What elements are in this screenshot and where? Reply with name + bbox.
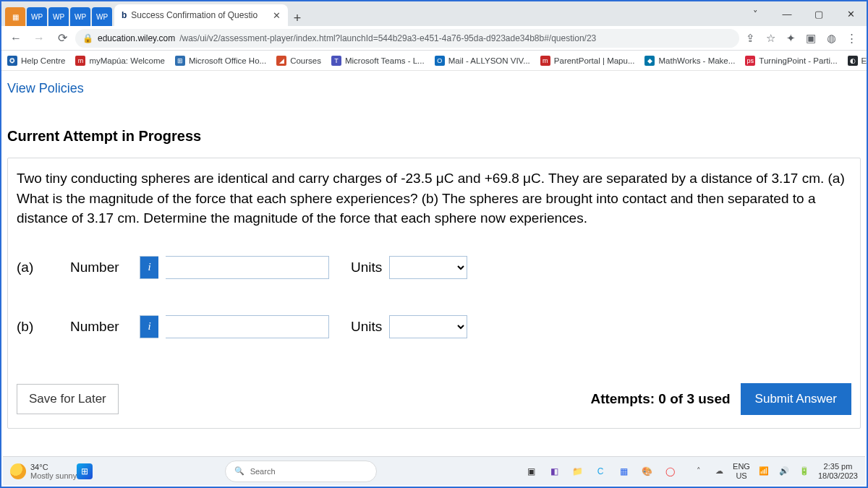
app-icon-2[interactable]: ◧ [546, 463, 562, 479]
pinned-tab-3[interactable]: WP [48, 7, 69, 26]
number-label-a: Number [70, 260, 132, 275]
bookmark-teams[interactable]: TMicrosoft Teams - L... [331, 56, 425, 66]
url-host: education.wiley.com [98, 33, 175, 43]
clock[interactable]: 2:35 pm18/03/2023 [818, 462, 858, 480]
bookmarks-bar: ✪Help Centre mmyMapúa: Welcome ⊞Microsof… [1, 51, 867, 71]
taskbar-apps: ▣ ◧ 📁 C ▦ 🎨 ◯ [523, 463, 678, 479]
pinned-tab-4[interactable]: WP [70, 7, 90, 26]
bookmark-mail[interactable]: OMail - ALLYSON VIV... [435, 56, 530, 66]
units-label-b: Units [351, 319, 382, 335]
battery-icon[interactable]: 🔋 [798, 466, 811, 476]
pinned-tab-1[interactable]: ▦ [5, 7, 25, 26]
units-select-a[interactable] [389, 256, 467, 279]
app-icon-1[interactable]: ▣ [523, 463, 539, 479]
language-indicator[interactable]: ENGUS [733, 462, 750, 480]
tab-title: Success Confirmation of Questio [131, 10, 258, 20]
back-button[interactable]: ← [6, 28, 26, 48]
app-icon-3[interactable]: 📁 [569, 463, 585, 479]
view-policies-link[interactable]: View Policies [7, 81, 84, 95]
info-icon[interactable]: i [140, 256, 158, 279]
start-button[interactable]: ⊞ [77, 463, 93, 479]
app-icon-6[interactable]: 🎨 [639, 463, 655, 479]
sun-icon [10, 463, 26, 479]
section-heading: Current Attempt in Progress [7, 128, 861, 145]
bookmark-turningpoint[interactable]: psTurningPoint - Parti... [745, 56, 837, 66]
app-icon-4[interactable]: C [592, 463, 608, 479]
question-card: Two tiny conducting spheres are identica… [7, 158, 861, 429]
system-tray: ˄ ☁ ENGUS 📶 🔊 🔋 2:35 pm18/03/2023 [692, 462, 858, 480]
weather-condition: Mostly sunny [30, 471, 77, 480]
app-icon-5[interactable]: ▦ [616, 463, 631, 479]
part-label-b: (b) [17, 319, 63, 335]
number-input-a[interactable] [166, 256, 329, 279]
temperature: 34°C [30, 463, 77, 471]
tab-strip: ▦ WP WP WP WP b Success Confirmation of … [1, 1, 867, 26]
units-select-b[interactable] [389, 315, 467, 338]
submit-answer-button[interactable]: Submit Answer [741, 383, 851, 415]
new-tab-button[interactable]: + [288, 11, 307, 26]
pinned-tab-2[interactable]: WP [27, 7, 47, 26]
bookmark-courses[interactable]: ◢Courses [276, 56, 321, 66]
card-footer: Save for Later Attempts: 0 of 3 used Sub… [17, 383, 851, 415]
address-bar: ← → ⟳ 🔒 education.wiley.com/was/ui/v2/as… [1, 26, 867, 51]
bookmark-help-centre[interactable]: ✪Help Centre [7, 56, 65, 66]
number-input-b[interactable] [166, 315, 329, 338]
page-content: View Policies Current Attempt in Progres… [1, 71, 867, 429]
favicon: b [122, 10, 127, 20]
bookmark-mathworks[interactable]: ◆MathWorks - Make... [644, 56, 735, 66]
info-icon[interactable]: i [140, 315, 158, 338]
question-text: Two tiny conducting spheres are identica… [17, 168, 851, 228]
taskbar-search[interactable]: 🔍 Search [225, 461, 377, 482]
close-tab-icon[interactable]: ✕ [273, 10, 281, 21]
reload-button[interactable]: ⟳ [52, 28, 72, 48]
minimize-button[interactable]: — [771, 1, 803, 26]
bookmark-star-icon[interactable]: ☆ [762, 30, 778, 46]
app-icon-7[interactable]: ◯ [662, 463, 678, 479]
answer-row-a: (a) Number i Units [17, 256, 851, 279]
side-panel-icon[interactable]: ▣ [803, 30, 819, 46]
tray-chevron-icon[interactable]: ˄ [692, 466, 705, 476]
tab-active[interactable]: b Success Confirmation of Questio ✕ [114, 4, 288, 26]
search-icon: 🔍 [234, 466, 244, 476]
cloud-icon[interactable]: ☁ [712, 466, 726, 476]
search-placeholder: Search [250, 467, 276, 476]
volume-icon[interactable]: 🔊 [778, 466, 791, 476]
url-path: /was/ui/v2/assessment-player/index.html?… [179, 33, 596, 43]
bookmark-mymapua[interactable]: mmyMapúa: Welcome [75, 56, 165, 66]
bookmark-github[interactable]: ◐Explore GitHub [848, 56, 868, 66]
profile-avatar[interactable]: ◍ [823, 30, 839, 46]
maximize-button[interactable]: ▢ [803, 1, 835, 26]
lock-icon: 🔒 [82, 33, 93, 43]
part-label-a: (a) [17, 260, 63, 275]
units-label-a: Units [351, 260, 382, 275]
answer-row-b: (b) Number i Units [17, 315, 851, 338]
pinned-tab-5[interactable]: WP [92, 7, 112, 26]
chevron-down-icon[interactable]: ˅ [739, 1, 771, 26]
save-for-later-button[interactable]: Save for Later [17, 384, 119, 414]
menu-icon[interactable]: ⋮ [843, 30, 859, 46]
number-label-b: Number [70, 319, 132, 335]
windows-taskbar: 34°C Mostly sunny ⊞ 🔍 Search ▣ ◧ 📁 C ▦ 🎨… [3, 456, 865, 485]
url-field[interactable]: 🔒 education.wiley.com/was/ui/v2/assessme… [75, 29, 739, 48]
bookmark-ms-office[interactable]: ⊞Microsoft Office Ho... [175, 56, 266, 66]
wifi-icon[interactable]: 📶 [757, 466, 770, 476]
forward-button[interactable]: → [29, 28, 49, 48]
extensions-icon[interactable]: ✦ [783, 30, 799, 46]
close-window-button[interactable]: ✕ [835, 1, 867, 26]
bookmark-parentportal[interactable]: mParentPortal | Mapu... [540, 56, 635, 66]
weather-widget[interactable]: 34°C Mostly sunny [10, 463, 77, 480]
attempts-text: Attempts: 0 of 3 used [590, 391, 730, 407]
share-icon[interactable]: ⇪ [742, 30, 758, 46]
